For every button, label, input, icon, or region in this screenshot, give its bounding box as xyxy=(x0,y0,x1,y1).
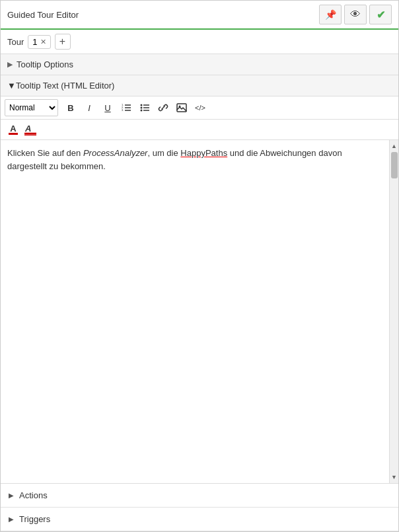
svg-point-6 xyxy=(141,104,143,106)
link-button[interactable] xyxy=(155,99,172,116)
highlight-icon: A xyxy=(24,122,39,137)
check-icon: ✔ xyxy=(377,9,385,21)
editor-text: Klicken Sie auf den ProcessAnalyzer, um … xyxy=(7,148,342,171)
font-color-icon: A xyxy=(9,124,17,135)
tooltip-text-label: Tooltip Text (HTML Editor) xyxy=(16,81,115,91)
scrollbar-down-arrow[interactable]: ▼ xyxy=(391,473,397,482)
editor-content[interactable]: Klicken Sie auf den ProcessAnalyzer, um … xyxy=(1,140,389,179)
svg-point-7 xyxy=(141,107,143,109)
triggers-label: Triggers xyxy=(19,514,50,524)
editor-title: Guided Tour Editor xyxy=(7,10,79,20)
editor-toolbar-row2: A A xyxy=(1,120,398,140)
add-tour-icon: + xyxy=(59,36,65,48)
font-color-button[interactable]: A xyxy=(5,121,22,138)
tooltip-text-section: ▼ Tooltip Text (HTML Editor) Normal Head… xyxy=(1,75,398,483)
editor-content-scroll[interactable]: Klicken Sie auf den ProcessAnalyzer, um … xyxy=(1,140,389,483)
actions-arrow: ▶ xyxy=(9,492,14,499)
preview-icon: 👁 xyxy=(350,9,361,20)
tooltip-options-header[interactable]: ▶ Tooltip Options xyxy=(1,54,398,75)
confirm-button[interactable]: ✔ xyxy=(369,5,392,24)
editor-scrollbar[interactable]: ▲ ▼ xyxy=(389,140,398,483)
tooltip-options-arrow: ▶ xyxy=(7,60,13,69)
svg-text:3.: 3. xyxy=(122,108,124,112)
header-actions: 📌 👁 ✔ xyxy=(319,5,392,24)
bold-button[interactable]: B xyxy=(62,99,79,116)
actions-section-header[interactable]: ▶ Actions xyxy=(1,484,398,508)
editor-toolbar-row1: Normal Heading 1 Heading 2 Heading 3 B I… xyxy=(1,96,398,120)
add-tour-button[interactable]: + xyxy=(55,34,71,50)
tour-tab-close[interactable]: ✕ xyxy=(40,38,46,46)
tour-tab[interactable]: 1 ✕ xyxy=(28,35,50,49)
tooltip-text-arrow: ▼ xyxy=(7,81,16,91)
tooltip-options-label: Tooltip Options xyxy=(17,59,73,69)
triggers-section-header[interactable]: ▶ Triggers xyxy=(1,508,398,531)
tour-label: Tour xyxy=(7,37,24,47)
scrollbar-thumb[interactable] xyxy=(391,152,398,178)
tooltip-text-header[interactable]: ▼ Tooltip Text (HTML Editor) xyxy=(1,75,398,96)
ordered-list-button[interactable]: 1.2.3. xyxy=(118,99,135,116)
pin-button[interactable]: 📌 xyxy=(319,5,342,24)
editor-scroll-area: Klicken Sie auf den ProcessAnalyzer, um … xyxy=(1,140,398,483)
code-button[interactable]: </> xyxy=(192,99,209,116)
preview-button[interactable]: 👁 xyxy=(344,5,367,24)
format-select[interactable]: Normal Heading 1 Heading 2 Heading 3 xyxy=(5,99,58,116)
underline-button[interactable]: U xyxy=(99,99,116,116)
actions-label: Actions xyxy=(19,490,48,500)
tour-row: Tour 1 ✕ + xyxy=(1,30,398,54)
highlight-button[interactable]: A xyxy=(23,121,40,138)
html-editor: Normal Heading 1 Heading 2 Heading 3 B I… xyxy=(1,96,398,483)
pin-icon: 📌 xyxy=(325,9,336,20)
triggers-arrow: ▶ xyxy=(9,515,14,523)
scrollbar-up-arrow[interactable]: ▲ xyxy=(391,141,397,151)
italic-button[interactable]: I xyxy=(81,99,98,116)
svg-point-8 xyxy=(141,110,143,112)
tour-tab-number: 1 xyxy=(32,37,37,47)
editor-header: Guided Tour Editor 📌 👁 ✔ xyxy=(1,1,398,30)
guided-tour-editor: Guided Tour Editor 📌 👁 ✔ Tour 1 ✕ + ▶ To… xyxy=(0,0,399,532)
bottom-sections: ▶ Actions ▶ Triggers xyxy=(1,483,398,531)
image-button[interactable] xyxy=(173,99,190,116)
unordered-list-button[interactable] xyxy=(136,99,153,116)
svg-text:A: A xyxy=(24,124,31,133)
